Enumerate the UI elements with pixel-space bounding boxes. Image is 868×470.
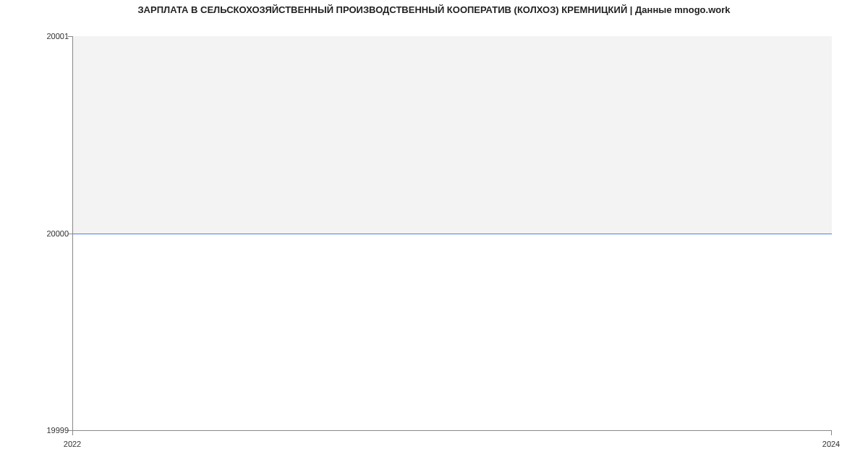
x-axis-label: 2024: [822, 440, 840, 448]
y-axis-label: 20001: [46, 32, 69, 40]
y-axis-label: 19999: [46, 426, 69, 435]
data-line: [73, 234, 832, 234]
y-axis-label: 20000: [46, 229, 69, 238]
salary-chart: ЗАРПЛАТА В СЕЛЬСКОХОЗЯЙСТВЕННЫЙ ПРОИЗВОД…: [0, 0, 868, 470]
x-tick: [831, 431, 832, 435]
area-fill: [73, 36, 832, 234]
x-tick: [72, 431, 73, 435]
plot-area: [72, 36, 832, 431]
chart-title: ЗАРПЛАТА В СЕЛЬСКОХОЗЯЙСТВЕННЫЙ ПРОИЗВОД…: [0, 4, 868, 15]
x-axis-label: 2022: [64, 440, 81, 448]
